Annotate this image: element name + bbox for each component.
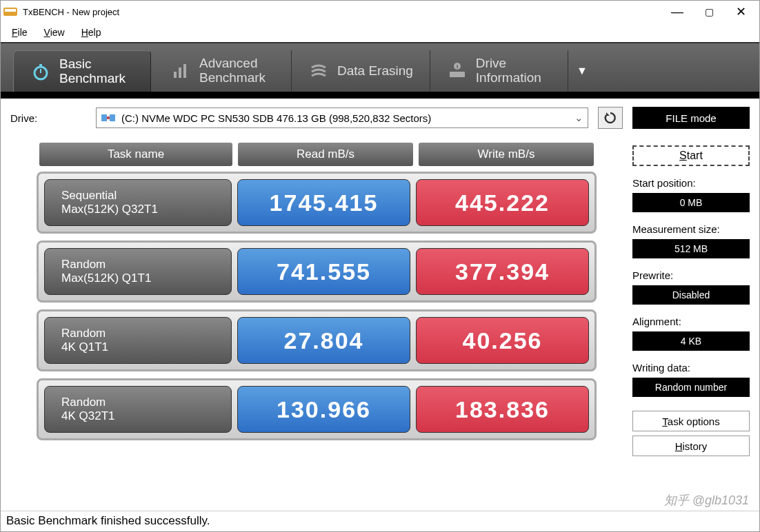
svg-rect-5 xyxy=(174,72,177,78)
tab-underline xyxy=(1,92,759,99)
tab-drive-information[interactable]: i DriveInformation xyxy=(430,50,568,92)
drive-label: Drive: xyxy=(10,112,86,124)
statusbar: Basic Benchmark finished successfully. xyxy=(1,511,759,531)
result-group-2: Random 4K Q1T1 27.804 40.256 xyxy=(37,309,597,371)
writing-data-value[interactable]: Random number xyxy=(632,378,750,397)
erase-icon xyxy=(308,61,329,81)
alignment-label: Alignment: xyxy=(632,316,750,327)
drive-row: Drive: (C:) NVMe WDC PC SN530 SDB 476.13… xyxy=(1,99,759,137)
svg-rect-7 xyxy=(183,64,186,78)
menubar: File View Help xyxy=(1,23,759,42)
drive-select[interactable]: (C:) NVMe WDC PC SN530 SDB 476.13 GB (99… xyxy=(96,108,588,128)
task-cell[interactable]: Random 4K Q32T1 xyxy=(44,386,232,433)
measurement-size-label: Measurement size: xyxy=(632,223,750,235)
task-cell[interactable]: Random Max(512K) Q1T1 xyxy=(44,248,232,295)
write-value[interactable]: 445.222 xyxy=(416,179,589,226)
drive-info-icon: i xyxy=(447,61,468,81)
tabbar: BasicBenchmark AdvancedBenchmark Data Er… xyxy=(1,42,759,92)
svg-rect-3 xyxy=(39,64,42,67)
header-write: Write mB/s xyxy=(419,143,594,166)
result-row: Random 4K Q32T1 130.966 183.836 xyxy=(44,386,589,433)
close-button[interactable]: ✕ xyxy=(725,1,757,22)
file-mode-button[interactable]: FILE mode xyxy=(632,107,750,129)
result-group-0: Sequential Max(512K) Q32T1 1745.415 445.… xyxy=(37,172,597,234)
drive-value: (C:) NVMe WDC PC SN530 SDB 476.13 GB (99… xyxy=(121,112,431,124)
alignment-value[interactable]: 4 KB xyxy=(632,331,750,351)
start-button[interactable]: Start xyxy=(632,145,750,166)
svg-rect-11 xyxy=(101,114,107,121)
refresh-icon xyxy=(603,111,617,125)
svg-rect-8 xyxy=(450,72,465,77)
results-header-row: Task name Read mB/s Write mB/s xyxy=(10,143,623,172)
chevron-down-icon: ⌄ xyxy=(574,112,583,124)
tab-advanced-benchmark[interactable]: AdvancedBenchmark xyxy=(154,50,292,92)
history-button[interactable]: History xyxy=(632,436,750,456)
writing-data-label: Writing data: xyxy=(632,362,750,374)
tab-basic-benchmark[interactable]: BasicBenchmark xyxy=(13,50,151,92)
refresh-button[interactable] xyxy=(598,107,623,129)
read-value[interactable]: 741.555 xyxy=(237,248,410,295)
start-position-value[interactable]: 0 MB xyxy=(632,193,750,212)
result-group-1: Random Max(512K) Q1T1 741.555 377.394 xyxy=(37,241,597,303)
read-value[interactable]: 130.966 xyxy=(237,386,410,433)
svg-rect-6 xyxy=(179,68,181,78)
read-value[interactable]: 27.804 xyxy=(237,317,410,364)
svg-rect-1 xyxy=(5,9,16,12)
header-read: Read mB/s xyxy=(238,143,413,166)
app-icon xyxy=(3,6,17,17)
window-title: TxBENCH - New project xyxy=(23,7,661,17)
maximize-button[interactable]: ▢ xyxy=(693,1,725,22)
write-value[interactable]: 40.256 xyxy=(416,317,589,364)
prewrite-label: Prewrite: xyxy=(632,269,750,281)
drive-icon xyxy=(101,112,116,123)
result-group-3: Random 4K Q32T1 130.966 183.836 xyxy=(37,378,597,440)
start-position-label: Start position: xyxy=(632,177,750,189)
svg-rect-12 xyxy=(110,114,115,121)
results-panel: Task name Read mB/s Write mB/s Sequentia… xyxy=(10,143,623,511)
svg-text:i: i xyxy=(457,63,458,70)
tab-overflow-arrow[interactable]: ▼ xyxy=(568,50,596,92)
read-value[interactable]: 1745.415 xyxy=(237,179,410,226)
result-row: Random 4K Q1T1 27.804 40.256 xyxy=(44,317,589,364)
menu-help[interactable]: Help xyxy=(81,27,101,38)
prewrite-value[interactable]: Disabled xyxy=(632,285,750,305)
menu-file[interactable]: File xyxy=(12,27,28,38)
bars-icon xyxy=(170,61,191,81)
write-value[interactable]: 377.394 xyxy=(416,248,589,295)
measurement-size-value[interactable]: 512 MB xyxy=(632,239,750,258)
task-cell[interactable]: Random 4K Q1T1 xyxy=(44,317,232,364)
main-content: Task name Read mB/s Write mB/s Sequentia… xyxy=(1,137,759,511)
header-task: Task name xyxy=(39,143,232,166)
menu-view[interactable]: View xyxy=(44,27,65,38)
write-value[interactable]: 183.836 xyxy=(416,386,589,433)
result-row: Random Max(512K) Q1T1 741.555 377.394 xyxy=(44,248,589,295)
sidebar: Start Start position: 0 MB Measurement s… xyxy=(632,143,750,511)
tab-data-erasing[interactable]: Data Erasing xyxy=(292,50,430,92)
task-options-button[interactable]: Task options xyxy=(632,411,750,431)
minimize-button[interactable]: — xyxy=(661,1,693,22)
titlebar: TxBENCH - New project — ▢ ✕ xyxy=(1,1,759,23)
stopwatch-icon xyxy=(30,61,51,82)
svg-rect-13 xyxy=(107,116,110,119)
task-cell[interactable]: Sequential Max(512K) Q32T1 xyxy=(44,179,232,226)
result-row: Sequential Max(512K) Q32T1 1745.415 445.… xyxy=(44,179,589,226)
